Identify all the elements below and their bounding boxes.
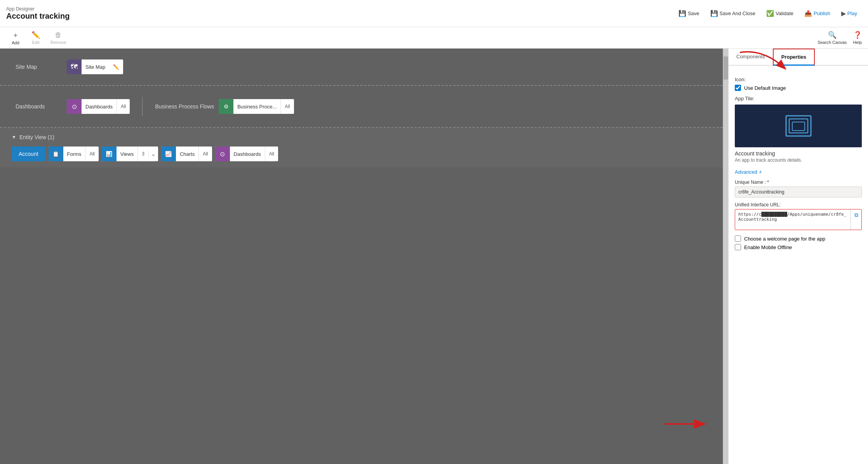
add-icon: ＋ [12, 30, 19, 40]
welcome-page-label: Choose a welcome page for the app [744, 236, 825, 242]
properties-tab[interactable]: Properties [773, 49, 815, 66]
forms-block[interactable]: 📋 Forms All [49, 147, 99, 161]
business-process-action[interactable]: All [280, 99, 294, 114]
entity-view-row: Account 📋 Forms All 📊 Views 3 ⌄ 📈 C [12, 147, 711, 161]
entity-dashboards-block[interactable]: ⊙ Dashboards All [215, 147, 278, 161]
entity-view-section: ▼ Entity View (1) Account 📋 Forms All 📊 … [0, 128, 723, 167]
unique-name-input[interactable] [735, 187, 862, 197]
app-desc-display: An app to track accounts details. [735, 157, 862, 163]
use-default-image-label: Use Default Image [744, 85, 786, 91]
views-block[interactable]: 📊 Views 3 ⌄ [102, 147, 158, 161]
components-tab[interactable]: Components [729, 49, 773, 66]
charts-block[interactable]: 📈 Charts All [161, 147, 212, 161]
dashboards-icon: ⊙ [67, 99, 82, 114]
dashboards-action[interactable]: All [117, 99, 130, 114]
sitemap-icon: 🗺 [67, 59, 82, 74]
ui-url-field[interactable]: https://c██████████/Apps/uniquename/cr8f… [735, 209, 851, 230]
dashboards-label: Dashboards [16, 103, 62, 110]
edit-icon: ✏️ [31, 31, 40, 39]
business-process-name: Business Proce... [233, 104, 280, 110]
add-button[interactable]: ＋ Add [6, 28, 25, 47]
sitemap-label: Site Map [16, 64, 62, 70]
app-designer-label: App Designer [6, 6, 70, 12]
play-button[interactable]: ▶ Play [837, 7, 862, 19]
business-process-block[interactable]: ⚙ Business Proce... All [219, 99, 294, 114]
sitemap-edit-icon[interactable]: ✏️ [109, 64, 123, 70]
sitemap-row: Site Map 🗺 Site Map ✏️ [16, 59, 707, 74]
charts-action[interactable]: All [198, 147, 212, 161]
canvas: Site Map 🗺 Site Map ✏️ Dashboards ⊙ Dash… [0, 49, 723, 464]
dashboards-name: Dashboards [82, 104, 117, 110]
save-and-close-button[interactable]: 💾 Save And Close [706, 7, 760, 19]
search-icon: 🔍 [828, 31, 837, 39]
entity-view-header: ▼ Entity View (1) [12, 134, 711, 140]
toolbar-right: 🔍 Search Canvas ❓ Help [818, 31, 862, 45]
ui-url-field-wrapper: https://c██████████/Apps/uniquename/cr8f… [735, 209, 862, 230]
account-button[interactable]: Account [12, 147, 45, 161]
url-copy-button[interactable]: ⧉ [851, 209, 861, 230]
ui-url-label: Unified Interface URL: [735, 202, 862, 208]
forms-label: Forms [63, 151, 85, 157]
sitemap-name: Site Map [82, 64, 109, 70]
panel-content: Icon: Use Default Image App Tile: Accoun… [729, 66, 868, 464]
remove-button[interactable]: 🗑 Remove [47, 29, 70, 47]
save-close-icon: 💾 [710, 10, 718, 17]
entity-view-label: Entity View (1) [19, 134, 54, 140]
app-tile-inner [783, 112, 814, 140]
save-button[interactable]: 💾 Save [674, 7, 704, 19]
charts-icon: 📈 [161, 147, 176, 161]
dashboards-section: Dashboards ⊙ Dashboards All Business Pro… [0, 86, 723, 128]
forms-icon: 📋 [49, 147, 63, 161]
svg-rect-5 [792, 122, 805, 131]
welcome-page-row: Choose a welcome page for the app [735, 235, 862, 242]
mobile-offline-checkbox[interactable] [735, 244, 741, 250]
use-default-image-checkbox[interactable] [735, 85, 741, 91]
mobile-offline-row: Enable Mobile Offline [735, 244, 862, 250]
publish-icon: 📤 [804, 10, 812, 17]
top-bar-left: App Designer Account tracking [6, 6, 70, 21]
edit-button[interactable]: ✏️ Edit [26, 28, 45, 47]
panel-tabs: Components Properties [729, 49, 868, 66]
publish-button[interactable]: 📤 Publish [800, 7, 835, 19]
views-chevron-icon[interactable]: ⌄ [148, 151, 158, 157]
entity-dashboards-action[interactable]: All [265, 147, 278, 161]
dashboards-block[interactable]: ⊙ Dashboards All [67, 99, 130, 114]
help-icon: ❓ [853, 31, 862, 39]
business-process-icon: ⚙ [219, 99, 233, 114]
remove-icon: 🗑 [55, 31, 62, 39]
advanced-chevron-icon: ∧ [759, 169, 762, 174]
search-canvas-button[interactable]: 🔍 Search Canvas [818, 31, 847, 45]
welcome-page-checkbox[interactable] [735, 235, 741, 242]
validate-icon: ✅ [766, 10, 774, 17]
bottom-red-arrow [664, 416, 711, 433]
views-label: Views [117, 151, 137, 157]
app-name-display: Account tracking [735, 150, 862, 157]
top-bar: App Designer Account tracking 💾 Save 💾 S… [0, 0, 868, 27]
save-icon: 💾 [678, 10, 686, 17]
mobile-offline-label: Enable Mobile Offline [744, 244, 792, 250]
charts-label: Charts [176, 151, 198, 157]
unique-name-label: Unique Name : * [735, 180, 862, 185]
main: Site Map 🗺 Site Map ✏️ Dashboards ⊙ Dash… [0, 49, 868, 464]
toolbar: ＋ Add ✏️ Edit 🗑 Remove 🔍 Search Canvas ❓… [0, 27, 868, 49]
canvas-scrollbar[interactable] [723, 49, 728, 464]
use-default-image-row: Use Default Image [735, 85, 862, 91]
section-divider [142, 97, 143, 116]
right-panel: Components Properties Icon: Use Default … [728, 49, 868, 464]
views-icon: 📊 [102, 147, 117, 161]
advanced-link[interactable]: Advanced ∧ [735, 169, 862, 175]
app-title: Account tracking [6, 12, 70, 21]
entity-chevron-icon: ▼ [12, 134, 16, 140]
dashboards-row: Dashboards ⊙ Dashboards All Business Pro… [16, 97, 707, 116]
business-process-label: Business Process Flows [155, 103, 214, 110]
help-button[interactable]: ❓ Help [853, 31, 862, 45]
top-bar-right: 💾 Save 💾 Save And Close ✅ Validate 📤 Pub… [674, 7, 862, 19]
forms-action[interactable]: All [85, 147, 98, 161]
app-tile-label: App Tile: [735, 96, 862, 101]
entity-dashboards-icon: ⊙ [215, 147, 230, 161]
validate-button[interactable]: ✅ Validate [762, 7, 798, 19]
icon-label: Icon: [735, 77, 862, 82]
play-icon: ▶ [841, 10, 846, 17]
sitemap-block[interactable]: 🗺 Site Map ✏️ [67, 59, 123, 74]
views-count: 3 [137, 147, 148, 161]
